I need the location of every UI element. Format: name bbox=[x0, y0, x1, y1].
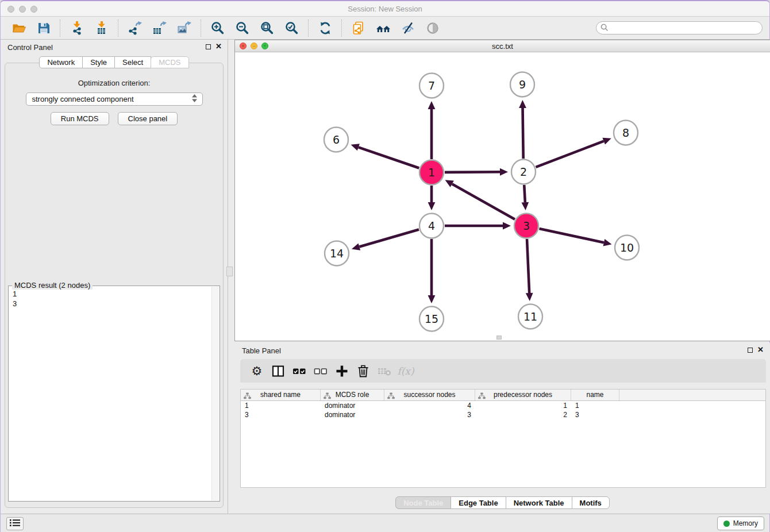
column-type-icon bbox=[478, 392, 486, 400]
column-header-predecessor-nodes[interactable]: predecessor nodes bbox=[475, 390, 571, 400]
show-graphics-icon[interactable] bbox=[425, 20, 440, 36]
node-2[interactable]: 2 bbox=[511, 160, 536, 184]
optimization-criterion-label: Optimization criterion: bbox=[78, 79, 151, 87]
table-cell[interactable]: 4 bbox=[384, 401, 475, 410]
export-image-icon[interactable] bbox=[176, 20, 192, 36]
column-header-name[interactable]: name bbox=[571, 390, 619, 400]
tab-node-table[interactable]: Node Table bbox=[395, 496, 451, 509]
tab-network[interactable]: Network bbox=[39, 56, 83, 68]
column-header-successor-nodes[interactable]: successor nodes bbox=[384, 390, 475, 400]
table-cell[interactable]: 2 bbox=[475, 410, 571, 419]
home-networks-icon[interactable] bbox=[375, 20, 391, 36]
import-table-icon[interactable] bbox=[94, 20, 109, 36]
copy-network-icon[interactable] bbox=[351, 20, 366, 36]
open-session-icon[interactable] bbox=[11, 20, 26, 36]
float-table-panel-icon[interactable] bbox=[748, 348, 753, 353]
edge-3-to-10[interactable] bbox=[539, 229, 611, 246]
edge-2-to-9[interactable] bbox=[519, 100, 526, 159]
insert-column-icon[interactable] bbox=[271, 364, 286, 379]
close-panel-button[interactable]: Close panel bbox=[118, 112, 178, 125]
node-9[interactable]: 9 bbox=[510, 72, 534, 97]
table-cell[interactable]: 1 bbox=[475, 401, 571, 410]
mcds-result-list: 1 3 bbox=[9, 287, 211, 501]
edge-1-to-4[interactable] bbox=[428, 186, 436, 210]
select-all-columns-icon[interactable] bbox=[292, 364, 307, 379]
criterion-dropdown[interactable]: strongly connected component bbox=[26, 92, 203, 106]
edge-1-to-7[interactable] bbox=[428, 101, 436, 159]
zoom-fit-icon[interactable] bbox=[259, 20, 275, 36]
table-row[interactable]: 1dominator411 bbox=[241, 401, 765, 410]
import-network-icon[interactable] bbox=[69, 20, 84, 36]
refresh-view-icon[interactable] bbox=[317, 20, 333, 36]
node-6[interactable]: 6 bbox=[324, 128, 348, 152]
export-network-icon[interactable] bbox=[127, 20, 143, 36]
node-7[interactable]: 7 bbox=[419, 74, 444, 98]
toolbar-separator bbox=[60, 20, 60, 37]
table-cell[interactable]: dominator bbox=[321, 401, 384, 410]
zoom-selected-icon[interactable] bbox=[284, 20, 299, 36]
search-input[interactable] bbox=[596, 21, 763, 34]
table-cell[interactable]: dominator bbox=[321, 410, 384, 419]
float-panel-icon[interactable] bbox=[206, 44, 211, 49]
edge-3-to-11[interactable] bbox=[526, 239, 533, 301]
zoom-out-icon[interactable] bbox=[234, 20, 250, 36]
mcds-result-box: MCDS result (2 nodes) 1 3 bbox=[8, 286, 220, 502]
table-settings-icon[interactable]: ⚙ bbox=[249, 364, 264, 379]
edge-2-to-8[interactable] bbox=[536, 138, 611, 167]
add-row-icon[interactable] bbox=[334, 364, 349, 379]
node-15[interactable]: 15 bbox=[419, 307, 444, 331]
table-cell[interactable]: 3 bbox=[571, 410, 619, 419]
panel-splitter-handle[interactable] bbox=[226, 267, 233, 276]
edge-1-to-2[interactable] bbox=[445, 168, 508, 176]
edge-3-to-1[interactable] bbox=[445, 180, 515, 219]
hide-graphics-icon[interactable] bbox=[400, 20, 415, 36]
node-1[interactable]: 1 bbox=[419, 160, 444, 185]
unselect-all-columns-icon[interactable] bbox=[313, 364, 328, 379]
node-3[interactable]: 3 bbox=[514, 214, 538, 238]
node-11[interactable]: 11 bbox=[518, 304, 542, 329]
table-panel-title: Table Panel bbox=[242, 346, 281, 355]
network-canvas[interactable]: 7968124314101511 bbox=[235, 52, 770, 341]
tab-select[interactable]: Select bbox=[114, 56, 151, 68]
tab-motifs[interactable]: Motifs bbox=[572, 496, 610, 509]
delete-column-icon[interactable] bbox=[356, 364, 371, 379]
edge-4-to-15[interactable] bbox=[428, 239, 436, 303]
table-cell[interactable]: 1 bbox=[241, 401, 321, 410]
tab-network-table[interactable]: Network Table bbox=[506, 496, 572, 509]
task-history-button[interactable] bbox=[6, 517, 24, 530]
node-8[interactable]: 8 bbox=[614, 121, 638, 145]
close-panel-icon[interactable]: ✕ bbox=[215, 43, 222, 50]
toolbar-separator bbox=[118, 20, 118, 37]
column-header-mcds-role[interactable]: MCDS role bbox=[321, 390, 384, 400]
node-10[interactable]: 10 bbox=[615, 236, 639, 260]
edge-4-to-14[interactable] bbox=[352, 229, 419, 250]
tab-style[interactable]: Style bbox=[82, 56, 115, 68]
tab-mcds[interactable]: MCDS bbox=[151, 56, 188, 68]
criterion-value: strongly connected component bbox=[32, 95, 191, 103]
tab-edge-table[interactable]: Edge Table bbox=[451, 496, 506, 509]
column-header-shared-name[interactable]: shared name bbox=[241, 390, 321, 400]
memory-button[interactable]: Memory bbox=[717, 516, 764, 530]
node-table: shared nameMCDS rolesuccessor nodesprede… bbox=[240, 389, 766, 488]
network-window-titlebar[interactable]: × − + scc.txt bbox=[235, 40, 770, 52]
edge-4-to-3[interactable] bbox=[445, 222, 511, 230]
table-row[interactable]: 3dominator323 bbox=[241, 410, 765, 419]
save-session-icon[interactable] bbox=[36, 20, 51, 36]
run-mcds-button[interactable]: Run MCDS bbox=[51, 112, 109, 125]
export-table-icon[interactable] bbox=[152, 20, 167, 36]
edge-2-to-3[interactable] bbox=[521, 185, 529, 210]
close-table-panel-icon[interactable]: ✕ bbox=[757, 346, 764, 353]
zoom-in-icon[interactable] bbox=[210, 20, 225, 36]
table-cell[interactable]: 3 bbox=[241, 410, 321, 419]
node-14[interactable]: 14 bbox=[325, 241, 349, 266]
svg-text:15: 15 bbox=[425, 313, 438, 325]
edge-1-to-6[interactable] bbox=[351, 144, 419, 168]
result-scrollbar[interactable] bbox=[211, 287, 219, 500]
title-bar: Session: New Session bbox=[1, 1, 769, 17]
node-4[interactable]: 4 bbox=[419, 214, 444, 238]
control-panel: Control Panel ✕ NetworkStyleSelectMCDS O… bbox=[1, 40, 228, 514]
canvas-splitter-handle[interactable] bbox=[496, 336, 502, 340]
list-icon bbox=[10, 519, 20, 529]
table-cell[interactable]: 1 bbox=[571, 401, 619, 410]
table-cell[interactable]: 3 bbox=[384, 410, 475, 419]
